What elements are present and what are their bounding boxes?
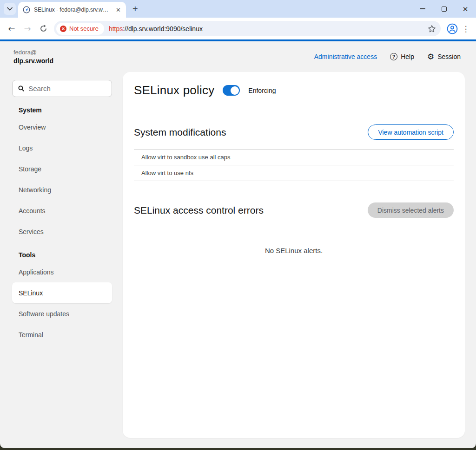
tab-search-chevron-button[interactable] xyxy=(4,3,16,15)
url-scheme: https xyxy=(109,25,123,33)
modifications-table: Allow virt to sandbox use all caps Allow… xyxy=(134,149,454,181)
maximize-button[interactable] xyxy=(433,0,455,18)
cockpit-favicon-icon xyxy=(23,6,30,13)
policy-header-row: SELinux policy Enforcing xyxy=(134,83,454,98)
not-secure-chip[interactable]: ✕ Not secure xyxy=(56,23,104,35)
main-content: SELinux policy Enforcing System modifica… xyxy=(123,72,476,448)
browser-tab[interactable]: SELinux - fedora@dlp.srv.world ✕ xyxy=(18,2,126,18)
sidebar: System Overview Logs Storage Networking … xyxy=(0,72,123,448)
profile-button[interactable] xyxy=(444,21,460,37)
selinux-panel: SELinux policy Enforcing System modifica… xyxy=(123,72,465,438)
nav-section-tools: Tools xyxy=(0,248,123,261)
browser-menu-button[interactable]: ⋮ xyxy=(460,24,471,33)
back-button[interactable]: ← xyxy=(4,21,20,37)
sidebar-nav: System Overview Logs Storage Networking … xyxy=(0,104,123,345)
table-bottom-border xyxy=(134,181,454,181)
help-label: Help xyxy=(401,53,414,60)
forward-button[interactable]: → xyxy=(20,21,35,37)
search-icon xyxy=(18,85,24,92)
sidebar-search[interactable] xyxy=(12,80,112,97)
new-tab-button[interactable]: + xyxy=(132,4,138,14)
no-alerts-message: No SELinux alerts. xyxy=(134,247,454,254)
enforcing-toggle[interactable] xyxy=(223,85,240,96)
star-icon xyxy=(428,25,436,33)
chevron-down-icon xyxy=(7,7,13,11)
page-title: SELinux policy xyxy=(134,83,214,98)
browser-titlebar: SELinux - fedora@dlp.srv.world ✕ + ✕ xyxy=(0,0,476,18)
help-menu[interactable]: ? Help xyxy=(390,53,414,60)
enforcing-label: Enforcing xyxy=(248,87,276,94)
browser-window: SELinux - fedora@dlp.srv.world ✕ + ✕ ← →… xyxy=(0,0,476,448)
masthead-actions: Administrative access ? Help ⚙ Session xyxy=(314,53,461,61)
hostname: dlp.srv.world xyxy=(13,57,53,65)
nav-section-system: System xyxy=(0,104,123,117)
session-label: Session xyxy=(437,53,461,60)
maximize-icon xyxy=(442,7,447,12)
refresh-icon xyxy=(40,25,47,33)
toggle-knob xyxy=(231,86,239,95)
search-input[interactable] xyxy=(28,85,106,92)
tab-close-icon[interactable]: ✕ xyxy=(114,7,122,13)
sidebar-item-logs[interactable]: Logs xyxy=(12,137,112,158)
app-body: System Overview Logs Storage Networking … xyxy=(0,72,476,448)
masthead: fedora@ dlp.srv.world Administrative acc… xyxy=(0,41,476,72)
session-menu[interactable]: ⚙ Session xyxy=(427,53,461,61)
sidebar-item-storage[interactable]: Storage xyxy=(12,158,112,179)
sidebar-item-networking[interactable]: Networking xyxy=(12,179,112,200)
view-automation-script-button[interactable]: View automation script xyxy=(368,124,454,140)
tab-title: SELinux - fedora@dlp.srv.world xyxy=(34,7,111,13)
window-controls: ✕ xyxy=(412,0,476,18)
logged-in-user: fedora@ xyxy=(13,49,53,56)
url-text[interactable]: https://dlp.srv.world:9090/selinux xyxy=(109,25,203,33)
dismiss-selected-alerts-button: Dismiss selected alerts xyxy=(368,202,454,218)
sidebar-item-terminal[interactable]: Terminal xyxy=(12,324,112,345)
bookmark-button[interactable] xyxy=(428,25,436,33)
sidebar-item-applications[interactable]: Applications xyxy=(12,261,112,282)
not-secure-label: Not secure xyxy=(69,25,99,32)
errors-header-row: SELinux access control errors Dismiss se… xyxy=(134,202,454,218)
close-button[interactable]: ✕ xyxy=(455,0,476,18)
address-bar[interactable]: ✕ Not secure https://dlp.srv.world:9090/… xyxy=(54,21,441,36)
help-icon: ? xyxy=(390,53,397,60)
modification-row[interactable]: Allow virt to sandbox use all caps xyxy=(134,149,454,165)
profile-icon xyxy=(447,23,458,34)
refresh-button[interactable] xyxy=(35,21,51,37)
sidebar-item-software-updates[interactable]: Software updates xyxy=(12,303,112,324)
browser-toolbar: ← → ✕ Not secure https://dlp.srv.world:9… xyxy=(0,18,476,39)
modifications-header-row: System modifications View automation scr… xyxy=(134,124,454,140)
minimize-icon xyxy=(420,8,425,9)
close-icon: ✕ xyxy=(463,6,469,13)
host-brand: fedora@ dlp.srv.world xyxy=(13,49,53,65)
sidebar-item-services[interactable]: Services xyxy=(12,221,112,242)
sidebar-item-accounts[interactable]: Accounts xyxy=(12,200,112,221)
modifications-title: System modifications xyxy=(134,127,226,138)
errors-title: SELinux access control errors xyxy=(134,205,264,216)
gear-icon: ⚙ xyxy=(427,53,434,61)
administrative-access-link[interactable]: Administrative access xyxy=(314,53,377,60)
url-rest: ://dlp.srv.world:9090/selinux xyxy=(123,25,203,33)
minimize-button[interactable] xyxy=(412,0,433,18)
sidebar-item-overview[interactable]: Overview xyxy=(12,117,112,137)
modification-row[interactable]: Allow virt to use nfs xyxy=(134,165,454,181)
not-secure-icon: ✕ xyxy=(60,26,66,32)
sidebar-item-selinux[interactable]: SELinux xyxy=(12,282,112,303)
